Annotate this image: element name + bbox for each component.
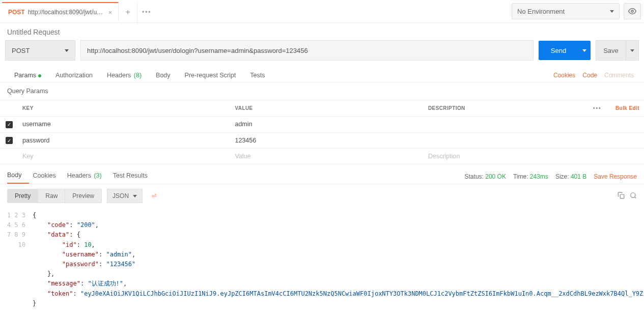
- view-pretty-button[interactable]: Pretty: [8, 189, 38, 203]
- param-value-ph[interactable]: Value: [231, 149, 424, 164]
- col-key: KEY: [18, 100, 231, 117]
- send-button[interactable]: Send: [539, 41, 578, 60]
- tab-authorization[interactable]: Authorization: [48, 69, 100, 82]
- method-value: POST: [12, 47, 30, 54]
- status-label: Status: 200 OK: [465, 173, 506, 180]
- line-numbers: 1 2 3 4 5 6 7 8 9 10: [0, 211, 33, 308]
- resp-tab-headers[interactable]: Headers (3): [67, 170, 109, 183]
- svg-rect-1: [620, 194, 624, 198]
- response-body[interactable]: { "code": "200", "data": { "id": 10, "us…: [33, 211, 644, 308]
- param-value[interactable]: 123456: [231, 132, 424, 149]
- code-link[interactable]: Code: [582, 72, 597, 79]
- param-key[interactable]: password: [18, 132, 231, 149]
- environment-select[interactable]: No Environment: [512, 3, 620, 19]
- comments-link[interactable]: Comments: [604, 72, 634, 79]
- search-icon[interactable]: [630, 192, 637, 201]
- chevron-down-icon: [65, 49, 69, 52]
- col-desc: DESCRIPTION: [424, 100, 589, 117]
- close-icon[interactable]: ×: [108, 9, 113, 16]
- resp-tab-body[interactable]: Body: [7, 169, 29, 184]
- tab-overflow-button[interactable]: •••: [137, 2, 156, 22]
- view-env-button[interactable]: [624, 3, 641, 19]
- svg-line-3: [635, 196, 636, 198]
- copy-icon[interactable]: [618, 192, 625, 201]
- query-params-title: Query Params: [0, 82, 644, 100]
- checkbox-icon[interactable]: ✓: [6, 137, 13, 144]
- param-key[interactable]: username: [18, 117, 231, 133]
- svg-point-2: [631, 192, 635, 197]
- view-raw-button[interactable]: Raw: [38, 189, 65, 203]
- format-type-select[interactable]: JSON: [107, 189, 143, 203]
- wrap-lines-button[interactable]: ⏎: [148, 188, 160, 204]
- param-row[interactable]: ✓ username admin: [0, 117, 644, 133]
- tab-title: http://localhost:8090/jwt/use...: [28, 9, 104, 16]
- request-name: Untitled Request: [0, 23, 644, 40]
- col-value: VALUE: [231, 100, 424, 117]
- method-select[interactable]: POST: [5, 40, 75, 61]
- col-menu-button[interactable]: •••: [593, 105, 602, 111]
- time-label: Time: 243ms: [513, 173, 548, 180]
- view-preview-button[interactable]: Preview: [65, 189, 101, 203]
- tab-method: POST: [8, 9, 25, 16]
- checkbox-icon[interactable]: ✓: [6, 121, 13, 128]
- tab-request[interactable]: POST http://localhost:8090/jwt/use... ×: [2, 2, 119, 21]
- chevron-down-icon: [610, 10, 614, 13]
- url-input[interactable]: [80, 40, 534, 61]
- bulk-edit-button[interactable]: Bulk Edit: [615, 105, 639, 111]
- environment-label: No Environment: [517, 8, 565, 15]
- save-button[interactable]: Save: [596, 40, 626, 61]
- param-row-empty[interactable]: Key Value Description: [0, 149, 644, 164]
- param-row[interactable]: ✓ password 123456: [0, 132, 644, 149]
- save-response-button[interactable]: Save Response: [594, 173, 637, 180]
- param-value[interactable]: admin: [231, 117, 424, 133]
- tab-body[interactable]: Body: [149, 69, 178, 82]
- cookies-link[interactable]: Cookies: [553, 72, 575, 79]
- tab-params[interactable]: Params: [7, 69, 48, 82]
- svg-point-0: [631, 10, 633, 12]
- send-dropdown[interactable]: [578, 41, 591, 60]
- chevron-down-icon: [133, 195, 137, 197]
- tab-tests[interactable]: Tests: [243, 69, 272, 82]
- save-dropdown[interactable]: [626, 40, 639, 61]
- resp-tab-cookies[interactable]: Cookies: [33, 170, 63, 183]
- tab-prerequest[interactable]: Pre-request Script: [178, 69, 243, 82]
- resp-tab-tests[interactable]: Test Results: [113, 170, 155, 183]
- param-key-ph[interactable]: Key: [18, 149, 231, 164]
- size-label: Size: 401 B: [555, 173, 586, 180]
- add-tab-button[interactable]: +: [119, 2, 137, 22]
- param-desc-ph[interactable]: Description: [424, 149, 589, 164]
- tab-headers[interactable]: Headers (8): [100, 69, 149, 82]
